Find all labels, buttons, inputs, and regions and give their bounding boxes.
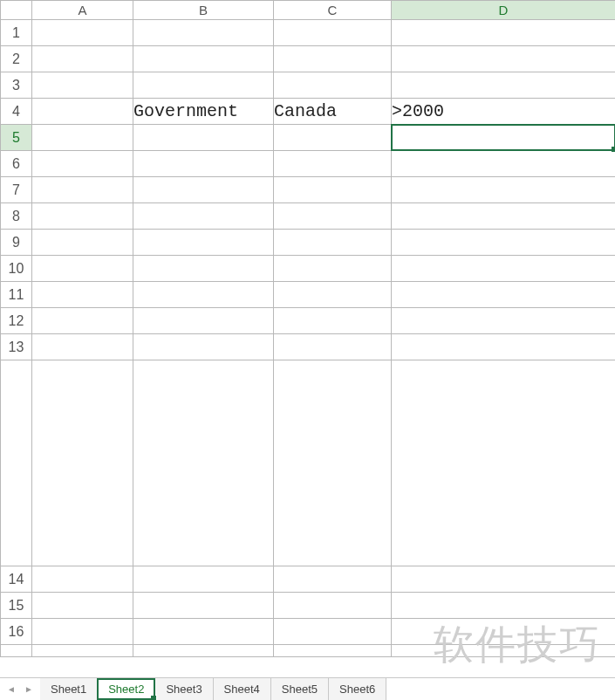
cell-C5[interactable] (274, 125, 392, 151)
row-header-14[interactable]: 14 (1, 566, 32, 593)
cell-A10[interactable] (32, 256, 133, 282)
cell-gap-B[interactable] (133, 360, 274, 566)
row-header-15[interactable]: 15 (1, 593, 32, 619)
row-header-12[interactable]: 12 (1, 308, 32, 334)
cell-A15[interactable] (32, 593, 133, 619)
cell-C10[interactable] (274, 256, 392, 282)
cell-B16[interactable] (133, 619, 274, 645)
cell-C15[interactable] (274, 593, 392, 619)
row-header-7[interactable]: 7 (1, 177, 32, 203)
cell-B11[interactable] (133, 282, 274, 308)
cell-C1[interactable] (274, 20, 392, 46)
select-all-corner[interactable] (1, 1, 32, 20)
row-header-17[interactable] (1, 645, 32, 657)
cell-A7[interactable] (32, 177, 133, 203)
cell-B3[interactable]: Segment (133, 72, 274, 99)
col-header-A[interactable]: A (32, 1, 133, 20)
cell-C2[interactable] (274, 46, 392, 72)
cell-D12[interactable] (392, 308, 616, 334)
cell-D15[interactable] (392, 593, 616, 619)
sheet-tab-5[interactable]: Sheet5 (271, 678, 329, 700)
row-header-9[interactable]: 9 (1, 230, 32, 256)
cell-C6[interactable] (274, 151, 392, 177)
cell-C11[interactable] (274, 282, 392, 308)
sheet-tab-4[interactable]: Sheet4 (214, 678, 271, 700)
tab-next-icon[interactable]: ► (24, 684, 33, 694)
cell-D11[interactable] (392, 282, 616, 308)
cell-D2[interactable] (392, 46, 616, 72)
row-header-4[interactable]: 4 (1, 99, 32, 125)
col-header-B[interactable]: B (133, 1, 274, 20)
cell-A4[interactable] (32, 99, 133, 125)
cell-D7[interactable] (392, 177, 616, 203)
row-header-1[interactable]: 1 (1, 20, 32, 46)
cell-B15[interactable] (133, 593, 274, 619)
cell-D1[interactable] (392, 20, 616, 46)
cell-gap-C[interactable] (274, 360, 392, 566)
row-header-16[interactable]: 16 (1, 619, 32, 645)
tab-nav-buttons[interactable]: ◄ ► (0, 678, 40, 700)
cell-gap-A[interactable] (32, 360, 133, 566)
row-header-6[interactable]: 6 (1, 151, 32, 177)
cell-A11[interactable] (32, 282, 133, 308)
cell-B4[interactable]: Government (133, 99, 274, 125)
sheet-tab-1[interactable]: Sheet1 (40, 678, 98, 700)
sheet-tab-6[interactable]: Sheet6 (329, 678, 386, 700)
cell-C13[interactable] (274, 334, 392, 360)
cell-A14[interactable] (32, 566, 133, 593)
row-header-8[interactable]: 8 (1, 203, 32, 230)
spreadsheet-grid[interactable]: A B C D 1 2 3 Segment Country Units Sold… (0, 0, 615, 657)
cell-D10[interactable] (392, 256, 616, 282)
cell-B12[interactable] (133, 308, 274, 334)
sheet-tab-2[interactable]: Sheet2 (98, 679, 155, 700)
cell-D9[interactable] (392, 230, 616, 256)
cell-B6[interactable] (133, 151, 274, 177)
cell-C4[interactable]: Canada (274, 99, 392, 125)
cell-D4[interactable]: >2000 (392, 99, 616, 125)
cell-gap-D[interactable] (392, 360, 616, 566)
row-header-11[interactable]: 11 (1, 282, 32, 308)
cell-A13[interactable] (32, 334, 133, 360)
tab-prev-icon[interactable]: ◄ (7, 684, 16, 694)
cell-D3[interactable]: Units Sold (392, 72, 616, 99)
cell-A8[interactable] (32, 203, 133, 230)
cell-B8[interactable] (133, 203, 274, 230)
cell-B7[interactable] (133, 177, 274, 203)
cell-A16[interactable] (32, 619, 133, 645)
cell-D16[interactable] (392, 619, 616, 645)
cell-B13[interactable] (133, 334, 274, 360)
cell-A9[interactable] (32, 230, 133, 256)
row-header-3[interactable]: 3 (1, 72, 32, 99)
row-header-2[interactable]: 2 (1, 46, 32, 72)
cell-A2[interactable] (32, 46, 133, 72)
cell-B9[interactable] (133, 230, 274, 256)
cell-A6[interactable] (32, 151, 133, 177)
row-header-5[interactable]: 5 (1, 125, 32, 151)
cell-D17[interactable] (392, 645, 616, 657)
cell-D6[interactable] (392, 151, 616, 177)
cell-C3[interactable]: Country (274, 72, 392, 99)
cell-C12[interactable] (274, 308, 392, 334)
cell-D14[interactable] (392, 566, 616, 593)
cell-C16[interactable] (274, 619, 392, 645)
cell-A17[interactable] (32, 645, 133, 657)
col-header-C[interactable]: C (274, 1, 392, 20)
cell-C14[interactable] (274, 566, 392, 593)
cell-B1[interactable] (133, 20, 274, 46)
cell-C7[interactable] (274, 177, 392, 203)
cell-B10[interactable] (133, 256, 274, 282)
cell-D5-active[interactable] (392, 125, 616, 151)
cell-D13[interactable] (392, 334, 616, 360)
row-header-10[interactable]: 10 (1, 256, 32, 282)
cell-B5[interactable] (133, 125, 274, 151)
cell-A12[interactable] (32, 308, 133, 334)
col-header-D[interactable]: D (392, 1, 616, 20)
cell-A1[interactable] (32, 20, 133, 46)
cell-C8[interactable] (274, 203, 392, 230)
cell-D8[interactable] (392, 203, 616, 230)
cell-C9[interactable] (274, 230, 392, 256)
sheet-tab-3[interactable]: Sheet3 (155, 678, 213, 700)
cell-B14[interactable] (133, 566, 274, 593)
cell-C17[interactable] (274, 645, 392, 657)
cell-A3[interactable] (32, 72, 133, 99)
